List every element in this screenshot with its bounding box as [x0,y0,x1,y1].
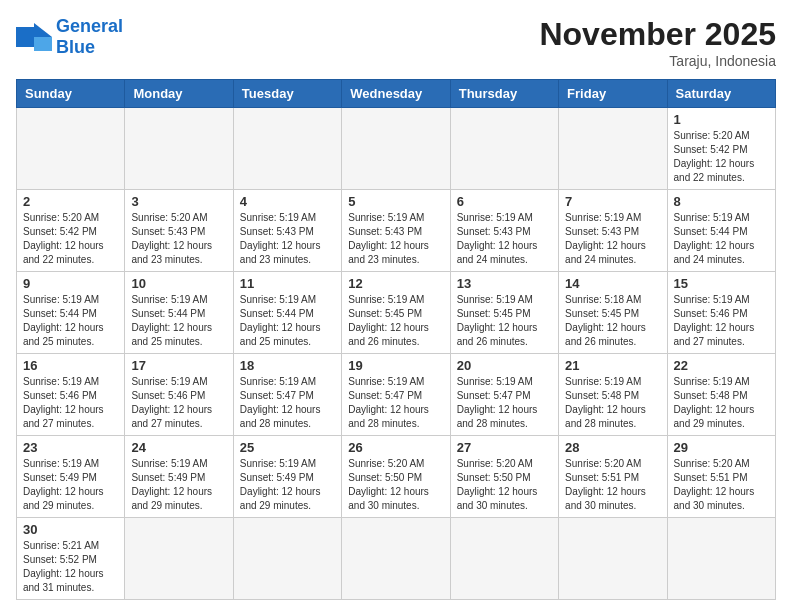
day-info: Sunrise: 5:21 AM Sunset: 5:52 PM Dayligh… [23,539,118,595]
day-number: 18 [240,358,335,373]
day-info: Sunrise: 5:19 AM Sunset: 5:43 PM Dayligh… [565,211,660,267]
calendar-cell: 16Sunrise: 5:19 AM Sunset: 5:46 PM Dayli… [17,354,125,436]
logo-text: GeneralBlue [56,16,123,57]
weekday-header-row: SundayMondayTuesdayWednesdayThursdayFrid… [17,80,776,108]
calendar-cell: 3Sunrise: 5:20 AM Sunset: 5:43 PM Daylig… [125,190,233,272]
calendar-cell: 6Sunrise: 5:19 AM Sunset: 5:43 PM Daylig… [450,190,558,272]
day-info: Sunrise: 5:19 AM Sunset: 5:47 PM Dayligh… [457,375,552,431]
day-number: 10 [131,276,226,291]
calendar-cell: 12Sunrise: 5:19 AM Sunset: 5:45 PM Dayli… [342,272,450,354]
day-number: 29 [674,440,769,455]
title-area: November 2025 Taraju, Indonesia [539,16,776,69]
calendar-cell: 14Sunrise: 5:18 AM Sunset: 5:45 PM Dayli… [559,272,667,354]
calendar-cell: 4Sunrise: 5:19 AM Sunset: 5:43 PM Daylig… [233,190,341,272]
day-number: 16 [23,358,118,373]
calendar-cell [559,518,667,600]
day-info: Sunrise: 5:20 AM Sunset: 5:42 PM Dayligh… [674,129,769,185]
calendar-cell [233,108,341,190]
calendar-week-row: 16Sunrise: 5:19 AM Sunset: 5:46 PM Dayli… [17,354,776,436]
calendar-cell: 9Sunrise: 5:19 AM Sunset: 5:44 PM Daylig… [17,272,125,354]
location-subtitle: Taraju, Indonesia [539,53,776,69]
day-info: Sunrise: 5:19 AM Sunset: 5:47 PM Dayligh… [240,375,335,431]
calendar-cell: 15Sunrise: 5:19 AM Sunset: 5:46 PM Dayli… [667,272,775,354]
day-number: 20 [457,358,552,373]
weekday-header: Thursday [450,80,558,108]
calendar-cell: 28Sunrise: 5:20 AM Sunset: 5:51 PM Dayli… [559,436,667,518]
svg-rect-0 [16,27,34,47]
day-info: Sunrise: 5:19 AM Sunset: 5:43 PM Dayligh… [240,211,335,267]
day-info: Sunrise: 5:19 AM Sunset: 5:49 PM Dayligh… [131,457,226,513]
calendar-cell: 13Sunrise: 5:19 AM Sunset: 5:45 PM Dayli… [450,272,558,354]
svg-marker-2 [34,37,52,51]
day-number: 13 [457,276,552,291]
day-info: Sunrise: 5:19 AM Sunset: 5:45 PM Dayligh… [348,293,443,349]
day-info: Sunrise: 5:19 AM Sunset: 5:48 PM Dayligh… [674,375,769,431]
calendar-week-row: 23Sunrise: 5:19 AM Sunset: 5:49 PM Dayli… [17,436,776,518]
day-number: 28 [565,440,660,455]
calendar-cell: 22Sunrise: 5:19 AM Sunset: 5:48 PM Dayli… [667,354,775,436]
day-number: 2 [23,194,118,209]
day-number: 25 [240,440,335,455]
day-info: Sunrise: 5:20 AM Sunset: 5:50 PM Dayligh… [457,457,552,513]
calendar-cell: 30Sunrise: 5:21 AM Sunset: 5:52 PM Dayli… [17,518,125,600]
day-number: 9 [23,276,118,291]
day-info: Sunrise: 5:19 AM Sunset: 5:48 PM Dayligh… [565,375,660,431]
day-info: Sunrise: 5:20 AM Sunset: 5:51 PM Dayligh… [674,457,769,513]
page-header: GeneralBlue November 2025 Taraju, Indone… [16,16,776,69]
calendar-cell: 23Sunrise: 5:19 AM Sunset: 5:49 PM Dayli… [17,436,125,518]
svg-marker-1 [34,23,52,37]
calendar-cell: 5Sunrise: 5:19 AM Sunset: 5:43 PM Daylig… [342,190,450,272]
calendar-week-row: 1Sunrise: 5:20 AM Sunset: 5:42 PM Daylig… [17,108,776,190]
day-number: 19 [348,358,443,373]
day-number: 8 [674,194,769,209]
calendar-cell: 18Sunrise: 5:19 AM Sunset: 5:47 PM Dayli… [233,354,341,436]
logo: GeneralBlue [16,16,123,58]
day-info: Sunrise: 5:19 AM Sunset: 5:44 PM Dayligh… [674,211,769,267]
calendar-cell: 7Sunrise: 5:19 AM Sunset: 5:43 PM Daylig… [559,190,667,272]
day-info: Sunrise: 5:20 AM Sunset: 5:50 PM Dayligh… [348,457,443,513]
day-number: 30 [23,522,118,537]
day-info: Sunrise: 5:19 AM Sunset: 5:46 PM Dayligh… [23,375,118,431]
day-info: Sunrise: 5:20 AM Sunset: 5:42 PM Dayligh… [23,211,118,267]
day-info: Sunrise: 5:19 AM Sunset: 5:43 PM Dayligh… [457,211,552,267]
calendar-cell: 27Sunrise: 5:20 AM Sunset: 5:50 PM Dayli… [450,436,558,518]
weekday-header: Saturday [667,80,775,108]
day-number: 1 [674,112,769,127]
day-info: Sunrise: 5:19 AM Sunset: 5:44 PM Dayligh… [240,293,335,349]
day-number: 7 [565,194,660,209]
day-number: 21 [565,358,660,373]
calendar-cell [342,108,450,190]
calendar-cell [667,518,775,600]
day-number: 4 [240,194,335,209]
day-info: Sunrise: 5:19 AM Sunset: 5:47 PM Dayligh… [348,375,443,431]
day-info: Sunrise: 5:18 AM Sunset: 5:45 PM Dayligh… [565,293,660,349]
day-info: Sunrise: 5:19 AM Sunset: 5:49 PM Dayligh… [23,457,118,513]
calendar-cell: 20Sunrise: 5:19 AM Sunset: 5:47 PM Dayli… [450,354,558,436]
day-number: 12 [348,276,443,291]
calendar-cell: 19Sunrise: 5:19 AM Sunset: 5:47 PM Dayli… [342,354,450,436]
calendar-cell [125,518,233,600]
day-number: 22 [674,358,769,373]
calendar-cell: 21Sunrise: 5:19 AM Sunset: 5:48 PM Dayli… [559,354,667,436]
day-info: Sunrise: 5:19 AM Sunset: 5:46 PM Dayligh… [674,293,769,349]
day-number: 26 [348,440,443,455]
day-info: Sunrise: 5:20 AM Sunset: 5:51 PM Dayligh… [565,457,660,513]
day-number: 5 [348,194,443,209]
calendar-cell [125,108,233,190]
calendar-cell [233,518,341,600]
calendar-week-row: 30Sunrise: 5:21 AM Sunset: 5:52 PM Dayli… [17,518,776,600]
weekday-header: Sunday [17,80,125,108]
day-number: 23 [23,440,118,455]
month-title: November 2025 [539,16,776,53]
day-number: 11 [240,276,335,291]
calendar-cell [17,108,125,190]
day-number: 27 [457,440,552,455]
calendar-cell: 10Sunrise: 5:19 AM Sunset: 5:44 PM Dayli… [125,272,233,354]
day-info: Sunrise: 5:19 AM Sunset: 5:49 PM Dayligh… [240,457,335,513]
calendar-cell: 11Sunrise: 5:19 AM Sunset: 5:44 PM Dayli… [233,272,341,354]
weekday-header: Monday [125,80,233,108]
calendar-week-row: 2Sunrise: 5:20 AM Sunset: 5:42 PM Daylig… [17,190,776,272]
calendar-cell: 17Sunrise: 5:19 AM Sunset: 5:46 PM Dayli… [125,354,233,436]
day-number: 3 [131,194,226,209]
calendar-cell [559,108,667,190]
